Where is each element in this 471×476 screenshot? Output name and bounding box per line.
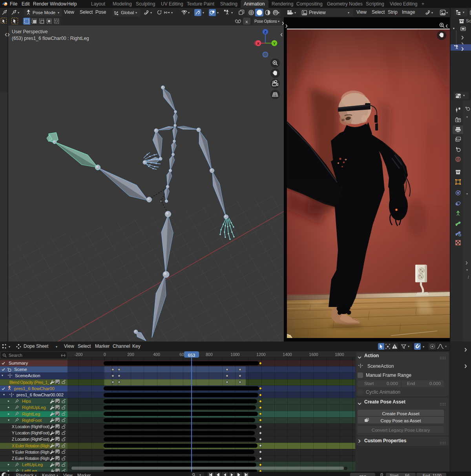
svg-text:Y: Y <box>273 42 276 45</box>
svg-text:Z: Z <box>264 30 267 34</box>
svg-text:X: X <box>257 42 259 45</box>
